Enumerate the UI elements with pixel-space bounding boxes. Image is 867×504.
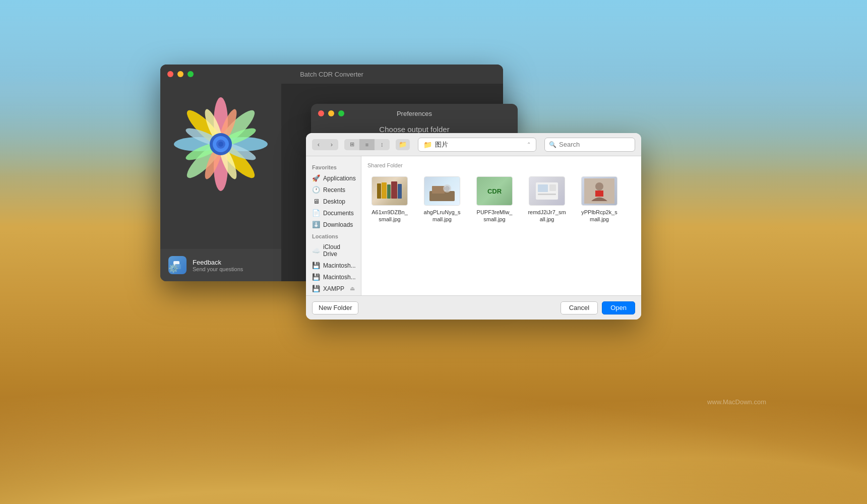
cancel-button[interactable]: Cancel (561, 301, 598, 314)
prefs-traffic-lights (318, 110, 344, 116)
file-item-2[interactable]: ahgPLruNyg_small.jpg (420, 173, 464, 226)
documents-icon: 📄 (312, 209, 320, 217)
file-name-4: remdJ2iJr7_small.jpg (528, 209, 566, 223)
footer-right: Cancel Open (561, 301, 635, 314)
view-list-button[interactable]: ≡ (359, 139, 375, 150)
sidebar-item-macintosh1[interactable]: 💾 Macintosh... (308, 260, 359, 271)
svg-point-21 (218, 142, 223, 147)
svg-rect-28 (398, 184, 402, 199)
icloud-label: iCloud Drive (323, 243, 355, 258)
documents-label: Documents (323, 210, 354, 217)
prefs-choose-folder-label: Choose output folder (311, 123, 518, 134)
recents-label: Recents (323, 186, 345, 194)
feedback-subtitle: Send your questions (193, 266, 243, 272)
icloud-icon: ☁️ (312, 247, 320, 255)
sidebar-item-macintosh2[interactable]: 💾 Macintosh... (308, 271, 359, 283)
preferences-window: Preferences Choose output folder (311, 104, 518, 134)
file-item-1[interactable]: A61xn9DZBn_small.jpg (367, 173, 412, 226)
feedback-title: Feedback (193, 259, 243, 266)
search-input[interactable] (559, 141, 631, 148)
file-thumb-2 (424, 176, 460, 206)
file-thumb-3: CDR (476, 176, 513, 206)
search-bar[interactable]: 🔍 (544, 138, 635, 152)
file-name-1: A61xn9DZBn_small.jpg (370, 209, 409, 223)
sidebar-item-desktop[interactable]: 🖥 Desktop (308, 196, 359, 207)
macintosh2-icon: 💾 (312, 273, 320, 281)
new-folder-button[interactable]: New Folder (312, 301, 358, 314)
prefs-maximize-button[interactable] (338, 110, 344, 116)
prefs-window-title: Preferences (397, 110, 432, 117)
prefs-close-button[interactable] (318, 110, 324, 116)
app-titlebar: Batch CDR Converter (160, 65, 503, 84)
file-name-2: ahgPLruNyg_small.jpg (423, 209, 461, 223)
location-chevron-icon: ⌃ (527, 142, 531, 147)
favorites-label: Favorites (306, 161, 361, 172)
nav-forward-button[interactable]: › (325, 139, 338, 150)
xampp1-eject-icon[interactable]: ⏏ (350, 285, 355, 292)
svg-rect-39 (595, 191, 603, 197)
desktop-icon: 🖥 (312, 198, 320, 205)
file-thumb-1 (371, 176, 408, 206)
traffic-lights (167, 71, 194, 77)
dialog-sidebar: Favorites 🚀 Applications 🕐 Recents 🖥 Des… (306, 156, 361, 295)
file-grid: A61xn9DZBn_small.jpg (367, 173, 635, 226)
prefs-titlebar: Preferences (311, 104, 518, 123)
close-button[interactable] (167, 71, 173, 77)
svg-rect-36 (549, 184, 556, 191)
location-folder-icon: 📁 (423, 141, 432, 149)
svg-point-38 (595, 182, 603, 191)
downloads-label: Downloads (323, 221, 353, 228)
view-column-button[interactable]: ⫶ (375, 139, 390, 150)
sidebar-item-xampp1[interactable]: 💾 XAMPP ⏏ (308, 283, 359, 294)
sidebar-item-applications[interactable]: 🚀 Applications (308, 172, 359, 184)
mandala-graphic (170, 94, 271, 195)
file-item-3[interactable]: CDR PUPF3reMlw_small.jpg (472, 173, 517, 226)
svg-rect-30 (432, 186, 445, 194)
applications-icon: 🚀 (312, 174, 320, 182)
svg-rect-25 (382, 182, 387, 199)
file-item-5[interactable]: yPPlbRcp2k_small.jpg (577, 173, 622, 226)
dialog-body: Favorites 🚀 Applications 🕐 Recents 🖥 Des… (306, 156, 641, 295)
file-thumb-5 (581, 176, 617, 206)
minimize-button[interactable] (177, 71, 183, 77)
feedback-text: Feedback Send your questions (193, 259, 243, 272)
file-item-4[interactable]: remdJ2iJr7_small.jpg (525, 173, 569, 226)
create-folder-button[interactable]: 📁 (396, 139, 410, 150)
file-name-5: yPPlbRcp2k_small.jpg (580, 209, 618, 223)
macintosh1-label: Macintosh... (323, 262, 356, 269)
xampp1-icon: 💾 (312, 285, 320, 292)
view-button-group: ⊞ ≡ ⫶ (344, 139, 390, 150)
dialog-toolbar: ‹ › ⊞ ≡ ⫶ 📁 📁 图片 ⌃ 🔍 (306, 133, 641, 156)
view-icon-button[interactable]: ⊞ (344, 139, 359, 150)
search-icon: 🔍 (549, 141, 556, 148)
sidebar-item-downloads[interactable]: ⬇️ Downloads (308, 219, 359, 230)
xampp1-label: XAMPP (323, 285, 344, 292)
macintosh1-icon: 💾 (312, 262, 320, 269)
open-button[interactable]: Open (602, 301, 635, 314)
downloads-icon: ⬇️ (312, 221, 320, 228)
svg-rect-27 (391, 181, 397, 199)
svg-rect-34 (538, 184, 548, 192)
locations-label: Locations (306, 230, 361, 241)
maximize-button[interactable] (188, 71, 194, 77)
location-bar[interactable]: 📁 图片 ⌃ (418, 138, 536, 152)
app-window-title: Batch CDR Converter (300, 71, 363, 78)
desktop-label: Desktop (323, 198, 345, 205)
svg-point-32 (445, 186, 450, 191)
macintosh2-label: Macintosh... (323, 274, 356, 281)
sidebar-item-documents[interactable]: 📄 Documents (308, 207, 359, 219)
feedback-bar[interactable]: Feedback Send your questions (160, 249, 281, 281)
prefs-minimize-button[interactable] (328, 110, 334, 116)
nav-button-group: ‹ › (312, 139, 338, 150)
sidebar-item-icloud[interactable]: ☁️ iCloud Drive (308, 241, 359, 260)
svg-rect-24 (377, 183, 381, 199)
recents-icon: 🕐 (312, 186, 320, 194)
file-picker-dialog: ‹ › ⊞ ≡ ⫶ 📁 📁 图片 ⌃ 🔍 Favorites 🚀 Applica… (306, 133, 641, 320)
file-name-3: PUPF3reMlw_small.jpg (475, 209, 514, 223)
gear-icon[interactable]: ⚙️ (168, 264, 178, 273)
dialog-footer: New Folder Cancel Open (306, 295, 641, 320)
svg-rect-35 (538, 194, 556, 195)
nav-back-button[interactable]: ‹ (312, 139, 325, 150)
applications-label: Applications (323, 175, 356, 182)
sidebar-item-recents[interactable]: 🕐 Recents (308, 184, 359, 196)
